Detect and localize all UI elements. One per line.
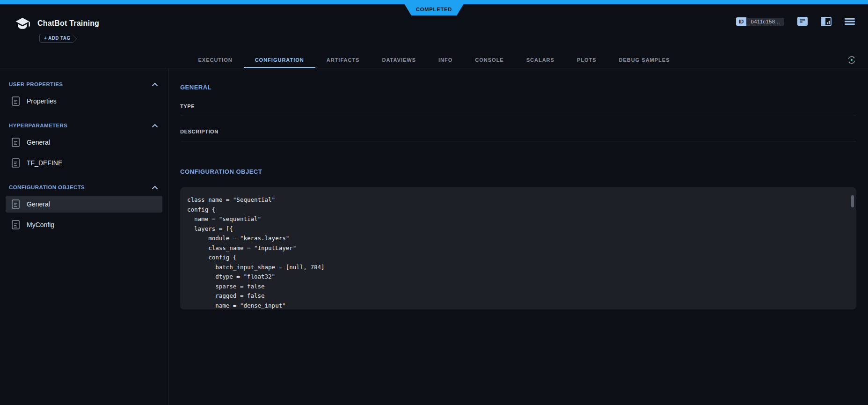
- tab-scalars[interactable]: SCALARS: [515, 52, 566, 68]
- configuration-sidebar: USER PROPERTIES Properties HYPERPARAMETE…: [0, 68, 168, 405]
- sidebar-item-myconfig[interactable]: MyConfig: [6, 216, 162, 233]
- page-title: ChatBot Training: [37, 19, 99, 28]
- section-header-configuration-objects[interactable]: CONFIGURATION OBJECTS: [0, 184, 168, 191]
- add-tag-button[interactable]: + ADD TAG: [39, 34, 73, 43]
- status-ribbon: COMPLETED: [402, 0, 466, 15]
- type-field-label: TYPE: [180, 103, 856, 109]
- tab-execution[interactable]: EXECUTION: [187, 52, 243, 68]
- sidebar-item-label: General: [27, 139, 50, 146]
- sidebar-item-config-general[interactable]: General: [6, 196, 162, 213]
- sidebar-item-hyperparams-general[interactable]: General: [6, 134, 162, 151]
- chevron-up-icon: [152, 124, 158, 127]
- general-section-title: GENERAL: [180, 84, 856, 91]
- experiment-type-icon: [14, 17, 31, 33]
- add-tag-label: + ADD TAG: [44, 36, 71, 41]
- experiment-id-badge[interactable]: ID b411c158...: [736, 17, 784, 26]
- detail-tabs: EXECUTION CONFIGURATION ARTIFACTS DATAVI…: [0, 52, 868, 68]
- configuration-code: class_name = "Sequential" config { name …: [180, 187, 856, 309]
- id-label: ID: [736, 17, 747, 26]
- notes-icon[interactable]: [797, 17, 808, 26]
- tab-debug-samples[interactable]: DEBUG SAMPLES: [608, 52, 681, 68]
- sidebar-item-label: General: [27, 200, 50, 208]
- auto-refresh-icon[interactable]: [846, 55, 857, 67]
- document-icon: [12, 138, 20, 147]
- section-title: USER PROPERTIES: [9, 81, 63, 87]
- sidebar-item-label: Properties: [27, 97, 57, 105]
- document-icon: [12, 158, 20, 168]
- section-title: HYPERPARAMETERS: [9, 123, 67, 128]
- description-field-label: DESCRIPTION: [180, 129, 856, 134]
- experiment-detail-page: COMPLETED ChatBot Training + ADD TAG ID …: [0, 0, 868, 405]
- tab-artifacts[interactable]: ARTIFACTS: [315, 52, 371, 68]
- section-header-user-properties[interactable]: USER PROPERTIES: [0, 81, 168, 88]
- menu-icon[interactable]: [845, 18, 855, 25]
- sidebar-item-label: TF_DEFINE: [27, 159, 62, 167]
- header-actions: ID b411c158...: [736, 17, 855, 26]
- sidebar-item-properties[interactable]: Properties: [6, 93, 162, 110]
- chevron-up-icon: [152, 186, 158, 189]
- id-value: b411c158...: [746, 18, 784, 26]
- sidebar-item-label: MyConfig: [27, 221, 54, 228]
- document-icon: [12, 220, 20, 229]
- configuration-object-title: CONFIGURATION OBJECT: [180, 168, 856, 175]
- description-field: DESCRIPTION: [180, 129, 856, 141]
- sidebar-item-tf-define[interactable]: TF_DEFINE: [6, 155, 162, 171]
- status-label: COMPLETED: [416, 7, 452, 12]
- code-scrollbar-thumb[interactable]: [851, 195, 854, 207]
- tab-plots[interactable]: PLOTS: [566, 52, 608, 68]
- document-icon: [12, 199, 20, 209]
- chevron-up-icon: [152, 83, 158, 86]
- section-title: CONFIGURATION OBJECTS: [9, 184, 85, 190]
- configuration-content: GENERAL TYPE DESCRIPTION CONFIGURATION O…: [169, 68, 868, 405]
- tab-configuration[interactable]: CONFIGURATION: [244, 52, 315, 68]
- tab-dataviews[interactable]: DATAVIEWS: [371, 52, 427, 68]
- section-hyperparameters: HYPERPARAMETERS General: [0, 122, 168, 171]
- tab-console[interactable]: CONSOLE: [464, 52, 515, 68]
- document-icon: [12, 96, 20, 106]
- details-panel-icon[interactable]: [821, 17, 832, 26]
- section-header-hyperparameters[interactable]: HYPERPARAMETERS: [0, 122, 168, 129]
- tab-info[interactable]: INFO: [427, 52, 464, 68]
- configuration-object-viewer[interactable]: class_name = "Sequential" config { name …: [180, 187, 856, 309]
- section-user-properties: USER PROPERTIES Properties: [0, 81, 168, 110]
- section-configuration-objects: CONFIGURATION OBJECTS General: [0, 184, 168, 233]
- type-field: TYPE: [180, 103, 856, 116]
